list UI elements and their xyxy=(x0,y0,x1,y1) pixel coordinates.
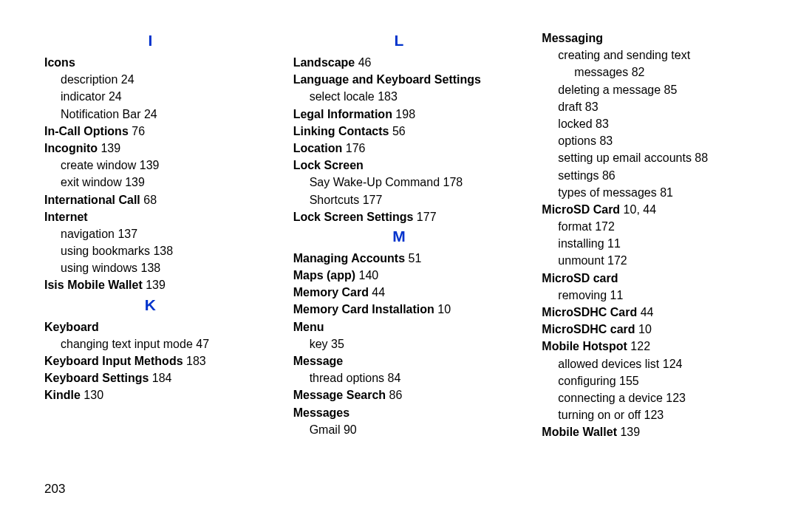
index-subentry: thread options 84 xyxy=(293,369,505,386)
page-reference[interactable]: 24 xyxy=(105,90,121,103)
page-reference[interactable]: 140 xyxy=(355,269,378,282)
entry-label: messages xyxy=(574,66,628,78)
index-column-1: IIconsdescription 24indicator 24Notifica… xyxy=(44,30,256,441)
index-subentry: allowed devices list 124 xyxy=(542,355,754,372)
page-reference[interactable]: 172 xyxy=(592,220,615,233)
entry-label: Message Search xyxy=(293,389,386,401)
page-reference[interactable]: 130 xyxy=(81,389,103,401)
page-reference[interactable]: 68 xyxy=(140,194,157,206)
entry-label: deleting a message xyxy=(558,83,661,96)
page-reference[interactable]: 155 xyxy=(616,375,639,387)
page-reference[interactable]: 137 xyxy=(115,228,137,240)
entry-label: changing text input mode xyxy=(61,338,193,350)
index-entry: MicroSDHC Card 44 xyxy=(542,304,754,321)
page-reference[interactable]: 138 xyxy=(137,262,160,274)
entry-label: installing xyxy=(558,237,604,250)
entry-label: indicator xyxy=(61,90,105,103)
index-entry: Messages xyxy=(293,404,505,421)
page-reference[interactable]: 44 xyxy=(369,286,385,299)
index-entry: MicroSDHC card 10 xyxy=(542,321,754,338)
page-reference[interactable]: 122 xyxy=(627,340,650,352)
entry-label: Gmail xyxy=(310,423,341,436)
page-reference[interactable]: 11 xyxy=(604,237,621,250)
index-subentry: description 24 xyxy=(44,71,256,88)
page-reference[interactable]: 183 xyxy=(375,90,398,103)
page-reference[interactable]: 177 xyxy=(359,194,382,206)
page-reference[interactable]: 86 xyxy=(386,389,402,401)
page-reference[interactable]: 83 xyxy=(596,134,613,147)
entry-label: locked xyxy=(558,117,592,130)
page-reference[interactable]: 46 xyxy=(355,56,371,69)
page-reference[interactable]: 83 xyxy=(593,117,609,130)
index-entry: Memory Card Installation 10 xyxy=(293,301,505,318)
entry-label: unmount xyxy=(558,254,604,267)
index-entry: Keyboard xyxy=(44,318,256,335)
page-reference[interactable]: 124 xyxy=(659,358,682,370)
index-subentry: setting up email accounts 88 xyxy=(542,149,754,166)
entry-label: Keyboard Input Methods xyxy=(44,355,183,367)
page-reference[interactable]: 86 xyxy=(598,169,615,182)
page-reference[interactable]: 139 xyxy=(98,142,120,154)
index-entry: Menu xyxy=(293,318,505,335)
page-reference[interactable]: 82 xyxy=(628,66,644,78)
entry-label: select locale xyxy=(310,90,375,103)
index-subentry: key 35 xyxy=(293,335,505,352)
page-reference[interactable]: 44 xyxy=(637,306,653,318)
entry-label: allowed devices list xyxy=(558,358,659,370)
entry-label: setting up email accounts xyxy=(558,151,692,164)
index-subentry: deleting a message 85 xyxy=(542,81,754,98)
index-entry: Kindle 130 xyxy=(44,386,256,403)
page-reference[interactable]: 10, 44 xyxy=(620,203,656,216)
index-letter: L xyxy=(293,32,505,50)
entry-label: Memory Card xyxy=(293,286,369,299)
entry-label: Memory Card Installation xyxy=(293,303,434,316)
page-reference[interactable]: 183 xyxy=(183,355,206,367)
page-reference[interactable]: 178 xyxy=(440,176,463,188)
page-reference[interactable]: 123 xyxy=(641,409,664,421)
page-reference[interactable]: 76 xyxy=(129,125,145,137)
index-entry: Linking Contacts 56 xyxy=(293,123,505,140)
index-entry: Landscape 46 xyxy=(293,54,505,71)
page-reference[interactable]: 81 xyxy=(657,186,673,199)
index-subentry: configuring 155 xyxy=(542,372,754,389)
entry-label: Message xyxy=(293,355,344,367)
entry-label: MicroSDHC Card xyxy=(542,306,637,318)
index-entry: Incognito 139 xyxy=(44,140,256,157)
page-reference[interactable]: 176 xyxy=(342,142,365,154)
index-subentry: create window 139 xyxy=(44,157,256,174)
page-reference[interactable]: 84 xyxy=(384,372,400,384)
entry-label: Maps (app) xyxy=(293,269,355,282)
page-reference[interactable]: 184 xyxy=(149,372,171,384)
entry-label: Messages xyxy=(293,406,350,419)
page-reference[interactable]: 139 xyxy=(143,279,166,291)
page-reference[interactable]: 51 xyxy=(405,252,421,265)
page-reference[interactable]: 83 xyxy=(582,100,598,113)
index-entry: Legal Information 198 xyxy=(293,106,505,123)
entry-label: draft xyxy=(558,100,582,113)
page-reference[interactable]: 47 xyxy=(193,338,209,350)
index-entry: Internet xyxy=(44,208,256,225)
page-reference[interactable]: 56 xyxy=(389,125,405,137)
page-reference[interactable]: 139 xyxy=(122,176,145,188)
page-reference[interactable]: 139 xyxy=(617,426,640,438)
page-reference[interactable]: 10 xyxy=(434,303,451,316)
page-reference[interactable]: 177 xyxy=(413,211,436,223)
page-reference[interactable]: 172 xyxy=(604,254,627,267)
page-reference[interactable]: 138 xyxy=(150,245,173,257)
index-subentry: creating and sending text xyxy=(542,47,754,64)
index-subentry: settings 86 xyxy=(542,167,754,184)
page-reference[interactable]: 85 xyxy=(661,83,677,96)
index-subentry-cont: messages 82 xyxy=(542,64,754,81)
page-reference[interactable]: 11 xyxy=(607,289,623,301)
page-reference[interactable]: 88 xyxy=(692,151,708,164)
page-reference[interactable]: 35 xyxy=(328,338,344,350)
page-reference[interactable]: 198 xyxy=(392,108,415,120)
page-reference[interactable]: 24 xyxy=(117,73,134,86)
entry-label: turning on or off xyxy=(558,409,641,421)
page-reference[interactable]: 123 xyxy=(663,392,686,404)
page-reference[interactable]: 139 xyxy=(136,159,159,171)
page-reference[interactable]: 90 xyxy=(340,423,356,436)
index-page: IIconsdescription 24indicator 24Notifica… xyxy=(0,0,798,456)
page-reference[interactable]: 10 xyxy=(635,323,652,335)
page-reference[interactable]: 24 xyxy=(141,108,157,120)
